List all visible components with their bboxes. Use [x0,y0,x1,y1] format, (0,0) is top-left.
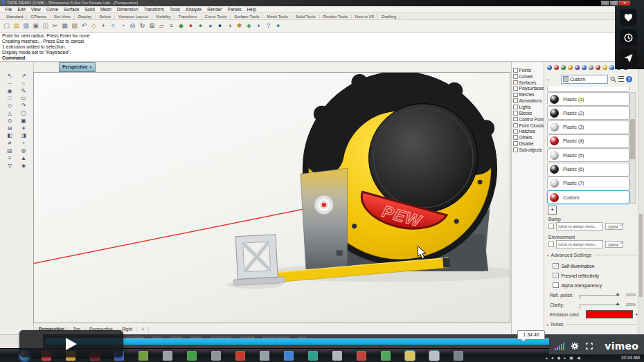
environment-texture-button[interactable]: (click to assign textu... [556,240,603,248]
tool-icon[interactable]: ▲ [17,155,30,163]
toolbar-icon[interactable]: ● [186,21,195,30]
tool-icon[interactable]: + [17,140,30,147]
tray-icon[interactable]: ◆ [557,355,561,361]
checkbox-icon[interactable] [513,141,518,146]
toolbar-icon[interactable]: ▦ [60,21,69,30]
taskbar-app-icon[interactable] [454,351,463,361]
filter-row[interactable]: Control Points [512,116,544,123]
taskbar-app-icon[interactable] [187,351,197,361]
scrollbar-thumb[interactable] [639,214,643,297]
play-button[interactable] [19,330,123,357]
toolbar-icon[interactable]: ◈ [244,21,253,30]
toolbar-icon[interactable]: ⊞ [147,21,156,30]
maximize-button[interactable]: ▢ [610,1,618,6]
toolbar-icon[interactable]: ● [215,21,224,30]
notes-header[interactable]: ▸ Notes [547,322,637,327]
taskbar-app-icon[interactable] [332,351,342,361]
material-toolbar-icon[interactable] [561,65,566,70]
tool-icon[interactable]: ▽ [3,163,17,170]
toolbar-icon[interactable]: ▧ [70,21,79,30]
menu-item[interactable]: File [2,7,15,12]
material-toolbar-icon[interactable] [568,65,573,70]
toolbar-icon[interactable]: ▣ [31,21,40,30]
menu-item[interactable]: Dimension [114,7,141,12]
toolbar-tab[interactable]: Surface Tools [231,15,263,19]
material-item[interactable]: Plastic (7) [547,177,629,190]
tool-icon[interactable]: ↖ [3,73,17,80]
filter-row[interactable]: Curves [512,73,544,80]
taskbar-app-icon[interactable] [260,351,269,361]
checkbox-icon[interactable] [513,111,518,116]
taskbar-app-icon[interactable] [308,351,318,361]
checkbox-icon[interactable] [513,147,518,152]
taskbar-clock[interactable]: 10:34 AM [621,355,640,360]
search-icon[interactable] [610,76,616,82]
tool-icon[interactable]: ◉ [3,88,17,96]
taskbar-app-icon[interactable] [284,351,294,361]
checkbox-icon[interactable] [513,123,518,128]
tray-icon[interactable]: ▸ [564,355,566,361]
tool-icon[interactable]: □ [3,95,17,102]
tool-icon[interactable]: ◧ [3,132,17,140]
toolbar-tab[interactable]: Curve Tools [202,15,231,19]
toolbar-icon[interactable]: ↻ [138,21,147,30]
material-item[interactable]: Plastic (2) [547,106,629,120]
toolbar-icon[interactable]: ◎ [128,21,137,30]
toolbar-tab[interactable]: Render Tools [320,15,352,19]
vimeo-logo[interactable]: vimeo [605,341,638,352]
taskbar-app-icon[interactable] [211,351,221,361]
taskbar-app-icon[interactable] [357,351,366,361]
taskbar-app-icon[interactable] [429,351,439,361]
filter-row[interactable]: Point Clouds [512,123,544,129]
forward-arrow-icon[interactable]: → [553,76,559,82]
minimize-button[interactable]: — [601,1,609,6]
toolbar-icon[interactable]: ◫ [41,21,50,30]
filter-row[interactable]: Surfaces [512,80,544,86]
setting-checkbox-row[interactable]: ✓ Self-illumination [553,262,594,269]
taskbar-app-icon[interactable] [163,351,172,361]
checkbox-icon[interactable] [513,98,518,103]
material-toolbar-icon[interactable] [554,65,559,70]
taskbar-app-icon[interactable] [381,351,391,361]
material-toolbar-icon[interactable] [582,65,587,70]
setting-checkbox-row[interactable]: Alpha transparency [553,282,602,289]
taskbar-app-icon[interactable] [138,351,148,361]
material-list-scrollbar[interactable] [629,92,636,204]
toolbar-icon[interactable]: ◕ [206,21,215,30]
menu-item[interactable]: Transform [141,7,167,12]
slider-handle[interactable] [616,293,620,296]
toolbar-tab[interactable]: Display [75,15,96,19]
emission-color-swatch[interactable] [586,310,633,318]
toolbar-icon[interactable]: + [99,21,108,30]
filter-row[interactable]: Points [512,67,544,73]
checkbox-icon[interactable] [548,242,554,247]
toolbar-tab[interactable]: Solid Tools [292,15,320,19]
taskbar-app-icon[interactable] [405,351,415,361]
tool-icon[interactable]: ↗ [17,73,30,80]
toolbar-icon[interactable]: ● [196,21,205,30]
material-item[interactable]: Plastic (5) [547,148,629,162]
tool-icon[interactable]: ◈ [17,163,30,170]
tool-icon[interactable]: ≡ [3,155,17,163]
filter-row[interactable]: Polysurfaces [512,86,544,92]
material-item[interactable]: Plastic (1) [547,92,629,106]
toolbar-icon[interactable]: ≡ [167,21,176,30]
tray-icon[interactable]: ◀ [577,355,580,361]
toolbar-icon[interactable]: ◔ [118,21,127,30]
checkbox-icon[interactable] [513,87,518,91]
toolbar-tab[interactable]: Transform [175,15,201,19]
viewport-title-tab[interactable]: Perspective ▼ [59,62,96,72]
slider-handle[interactable] [616,302,620,305]
tool-icon[interactable]: ▣ [17,118,30,125]
filter-row[interactable]: Meshes [512,91,544,98]
tool-icon[interactable]: ↷ [17,102,30,110]
material-toolbar-icon[interactable] [602,65,607,70]
filter-row[interactable]: Others [512,134,544,141]
toolbar-icon[interactable]: ✱ [235,21,244,30]
filter-row[interactable]: Annotations [512,98,544,104]
filter-row[interactable]: Sub-objects [512,147,544,153]
menu-item[interactable]: Help [244,7,258,12]
tool-icon[interactable]: △ [3,110,17,118]
taskbar-app-icon[interactable] [235,351,245,361]
tool-icon[interactable]: ▭ [17,95,30,102]
